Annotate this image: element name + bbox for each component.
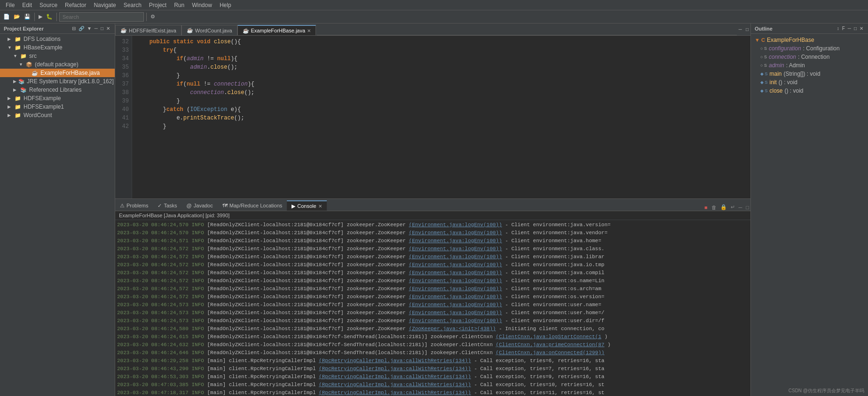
menu-edit[interactable]: Edit bbox=[18, 1, 36, 9]
outline-item-configuration[interactable]: ○ S configuration : Configuration bbox=[751, 44, 868, 53]
tab-console-close-icon[interactable]: ✕ bbox=[318, 204, 322, 209]
log-link[interactable]: (Environment.java:logEnv(100)) bbox=[409, 254, 502, 260]
log-line-22: 2023-03-20 08:47:18,317 INFO [main] clie… bbox=[117, 389, 749, 396]
search-input[interactable] bbox=[59, 12, 144, 22]
menu-refactor[interactable]: Refactor bbox=[61, 1, 90, 9]
log-link[interactable]: (ClientCnxn.java:onConnected(1299)) bbox=[496, 350, 604, 356]
menu-help[interactable]: Help bbox=[216, 1, 235, 9]
tab-close-icon[interactable]: ✕ bbox=[307, 28, 311, 33]
maximize-panel-button[interactable]: □ bbox=[100, 25, 104, 32]
outline-field-label: connection bbox=[769, 54, 796, 60]
tab-javadoc[interactable]: @ Javadoc bbox=[182, 200, 218, 211]
log-line-10: 2023-03-20 08:46:24,572 INFO [ReadOnlyZK… bbox=[117, 293, 749, 301]
console-output[interactable]: 2023-03-20 08:46:24,570 INFO [ReadOnlyZK… bbox=[115, 220, 750, 396]
menu-project[interactable]: Project bbox=[145, 1, 170, 9]
tree-item-src[interactable]: ▼ 📁 src bbox=[0, 52, 115, 60]
log-link[interactable]: (Environment.java:logEnv(100)) bbox=[409, 238, 502, 244]
terminate-button[interactable]: ■ bbox=[703, 204, 709, 211]
menu-navigate[interactable]: Navigate bbox=[90, 1, 119, 9]
collapse-all-button[interactable]: ⊟ bbox=[71, 25, 77, 32]
log-link[interactable]: (RpcRetryingCallerImpl.java:callWithRetr… bbox=[319, 390, 471, 396]
save-button[interactable]: 💾 bbox=[23, 13, 32, 21]
menu-search[interactable]: Search bbox=[120, 1, 145, 9]
code-editor[interactable]: public static void close(){ try{ if(admi… bbox=[132, 36, 750, 198]
outline-item-connection[interactable]: ○ S connection : Connection bbox=[751, 53, 868, 61]
tree-item-jre[interactable]: ▶ 📚 JRE System Library [jdk1.8.0_162] bbox=[0, 77, 115, 86]
code-line-32: public static void close(){ bbox=[136, 38, 747, 46]
log-link[interactable]: (Environment.java:logEnv(100)) bbox=[409, 262, 502, 268]
log-link[interactable]: (Environment.java:logEnv(100)) bbox=[409, 294, 502, 300]
log-link[interactable]: (Environment.java:logEnv(100)) bbox=[409, 246, 502, 252]
folder-icon: 📁 bbox=[14, 45, 22, 51]
log-link[interactable]: (Environment.java:logEnv(100)) bbox=[409, 270, 502, 276]
editor-minimize-button[interactable]: ─ bbox=[738, 26, 743, 32]
outline-item-class[interactable]: ▼ C ExampleForHBase bbox=[751, 36, 868, 44]
tab-tasks[interactable]: ✓ Tasks bbox=[153, 200, 181, 211]
menu-run[interactable]: Run bbox=[170, 1, 188, 9]
scroll-lock-button[interactable]: 🔒 bbox=[719, 204, 728, 211]
tree-item-hbaseexample[interactable]: ▼ 📁 HBaseExample bbox=[0, 43, 115, 52]
code-line-33: try{ bbox=[136, 46, 747, 55]
log-level: INFO bbox=[191, 302, 207, 308]
log-thread: [ReadOnlyZKClient-localhost:2181@0x184cf… bbox=[207, 238, 409, 244]
new-button[interactable]: 📄 bbox=[2, 13, 11, 21]
log-link[interactable]: (Environment.java:logEnv(100)) bbox=[409, 278, 502, 284]
menu-window[interactable]: Window bbox=[188, 1, 216, 9]
log-link[interactable]: (ClientCnxn.java:primeConnection(87 bbox=[496, 342, 604, 348]
outline-item-init[interactable]: ◆ S init () : void bbox=[751, 78, 868, 87]
outline-maximize-button[interactable]: □ bbox=[853, 25, 858, 32]
menu-file[interactable]: File bbox=[2, 1, 18, 9]
tab-map-reduce[interactable]: 🗺 Map/Reduce Locations bbox=[218, 200, 287, 211]
tree-item-default-package[interactable]: ▼ 📦 (default package) bbox=[0, 60, 115, 69]
outline-item-close[interactable]: ◆ S close () : void bbox=[751, 87, 868, 95]
log-link[interactable]: (ClientCnxn.java:logStartConnect(1 bbox=[496, 334, 601, 340]
settings-button[interactable]: ⚙ bbox=[149, 13, 157, 21]
log-link[interactable]: (ZooKeeper.java:<init>(438)) bbox=[409, 326, 496, 332]
editor-content[interactable]: 32 33 34 35 36 37 38 39 40 41 42 public … bbox=[115, 36, 750, 198]
log-link[interactable]: (RpcRetryingCallerImpl.java:callWithRetr… bbox=[319, 358, 471, 364]
log-link[interactable]: (Environment.java:logEnv(100)) bbox=[409, 302, 502, 308]
watermark: CSDN @仿生程序员会梦见电子羊吗 bbox=[789, 388, 864, 394]
log-link[interactable]: (RpcRetryingCallerImpl.java:callWithRetr… bbox=[319, 374, 471, 380]
tree-item-dfs-locations[interactable]: ▶ 📁 DFS Locations bbox=[0, 35, 115, 43]
tab-console[interactable]: ▶ Console ✕ bbox=[287, 200, 326, 211]
log-link[interactable]: (RpcRetryingCallerImpl.java:callWithRetr… bbox=[319, 366, 471, 372]
tree-item-referenced-libs[interactable]: ▶ 📚 Referenced Libraries bbox=[0, 86, 115, 94]
outline-sort-button[interactable]: ↕ bbox=[836, 25, 840, 32]
word-wrap-button[interactable]: ↵ bbox=[729, 204, 736, 211]
console-minimize-button[interactable]: ─ bbox=[737, 204, 744, 211]
minimize-panel-button[interactable]: ─ bbox=[94, 25, 99, 32]
tree-item-hdfsexample[interactable]: ▶ 📁 HDFSExample bbox=[0, 94, 115, 103]
tab-example-hbase[interactable]: ☕ ExampleForHBase.java ✕ bbox=[237, 25, 316, 35]
main-layout: Project Explorer ⊟ 🔗 ▼ ─ □ ✕ ▶ 📁 DFS Loc… bbox=[0, 24, 868, 396]
tab-wordcount[interactable]: ☕ WordCount.java bbox=[181, 25, 237, 35]
open-button[interactable]: 📂 bbox=[12, 13, 22, 21]
toolbar-sep-1 bbox=[34, 13, 35, 21]
tab-hdfs-file-exist[interactable]: ☕ HDFSFileIfExist.java bbox=[115, 25, 181, 35]
log-link[interactable]: (Environment.java:logEnv(100)) bbox=[409, 222, 502, 228]
outline-item-main[interactable]: ◆ S main (String[]) : void bbox=[751, 70, 868, 78]
link-editor-button[interactable]: 🔗 bbox=[78, 25, 85, 32]
menu-source[interactable]: Source bbox=[36, 1, 61, 9]
log-link[interactable]: (RpcRetryingCallerImpl.java:callWithRetr… bbox=[319, 382, 471, 388]
debug-button[interactable]: 🐛 bbox=[45, 13, 54, 21]
close-panel-button[interactable]: ✕ bbox=[105, 25, 111, 32]
tree-item-wordcount[interactable]: ▶ 📁 WordCount bbox=[0, 111, 115, 119]
log-thread: [ReadOnlyZKClient-localhost:2181@0x184cf… bbox=[207, 254, 409, 260]
outline-minimize-button[interactable]: ─ bbox=[847, 25, 852, 32]
tab-problems[interactable]: ⚠ Problems bbox=[115, 200, 153, 211]
tree-item-example-hbase-java[interactable]: ☕ ExampleForHBase.java bbox=[0, 69, 115, 77]
view-menu-button[interactable]: ▼ bbox=[86, 25, 93, 32]
run-button[interactable]: ▶ bbox=[37, 13, 44, 21]
clear-console-button[interactable]: 🗑 bbox=[710, 204, 718, 211]
console-maximize-button[interactable]: □ bbox=[744, 204, 750, 211]
outline-close-button[interactable]: ✕ bbox=[859, 25, 864, 32]
log-link[interactable]: (Environment.java:logEnv(100)) bbox=[409, 310, 502, 316]
tree-item-hdfsexample1[interactable]: ▶ 📁 HDFSExample1 bbox=[0, 103, 115, 111]
outline-hide-fields-button[interactable]: F bbox=[841, 25, 846, 32]
log-link[interactable]: (Environment.java:logEnv(100)) bbox=[409, 286, 502, 292]
log-link[interactable]: (Environment.java:logEnv(100)) bbox=[409, 318, 502, 324]
editor-maximize-button[interactable]: □ bbox=[745, 26, 750, 32]
log-link[interactable]: (Environment.java:logEnv(100)) bbox=[409, 230, 502, 236]
outline-item-admin[interactable]: ○ S admin : Admin bbox=[751, 61, 868, 70]
